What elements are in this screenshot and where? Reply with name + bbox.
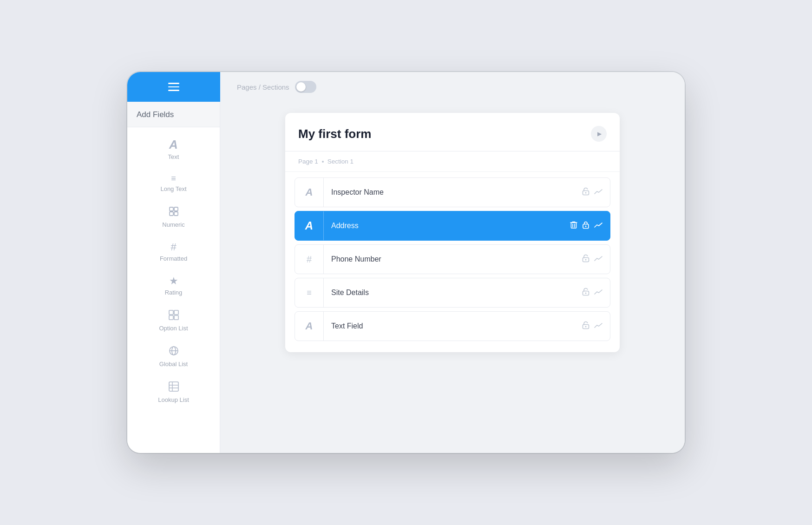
field-icon-site: ≡ [295, 278, 324, 307]
svg-point-21 [585, 259, 587, 261]
laptop-frame: Pages / Sections Add Fields A Text ≡ Lon… [127, 72, 685, 453]
svg-point-25 [585, 326, 587, 328]
svg-rect-4 [169, 310, 173, 315]
form-header: My first form [285, 126, 620, 151]
pages-sections-toggle[interactable] [295, 81, 316, 93]
fields-list: A Inspector Name [285, 172, 620, 348]
add-fields-header: Add Fields [127, 102, 220, 127]
svg-rect-5 [174, 310, 178, 315]
field-row-address[interactable]: A Address [295, 211, 610, 241]
long-text-icon: ≡ [171, 174, 176, 183]
trend-icon-textfield[interactable] [594, 322, 602, 330]
option-list-icon [169, 310, 179, 322]
delete-icon-address[interactable] [570, 221, 577, 231]
svg-rect-1 [174, 207, 178, 211]
sidebar-item-long-text-label: Long Text [160, 185, 186, 192]
sidebar-item-option-list-label: Option List [159, 325, 188, 332]
sidebar-item-numeric[interactable]: Numeric [127, 199, 220, 235]
field-icon-textfield: A [295, 312, 324, 341]
right-area: My first form Page 1 Section 1 A [220, 102, 685, 453]
top-bar: Pages / Sections [127, 72, 685, 102]
field-actions-site [575, 288, 610, 298]
rating-icon: ★ [169, 276, 178, 286]
lock-icon-site[interactable] [582, 288, 589, 298]
sidebar-item-long-text[interactable]: ≡ Long Text [127, 167, 220, 199]
breadcrumb-section: Section 1 [327, 158, 354, 165]
sidebar-item-rating-label: Rating [165, 289, 183, 296]
breadcrumb-separator [322, 161, 324, 163]
field-label-inspector: Inspector Name [324, 188, 575, 197]
numeric-icon [169, 206, 179, 218]
svg-rect-17 [571, 223, 576, 228]
pages-sections-area: Pages / Sections [220, 81, 316, 93]
field-label-site: Site Details [324, 289, 575, 297]
text-field-icon: A [169, 138, 178, 151]
field-row-site-details[interactable]: ≡ Site Details [295, 278, 610, 308]
field-actions-phone [575, 254, 610, 264]
formatted-icon: # [170, 242, 176, 252]
site-type-icon: ≡ [307, 288, 312, 298]
field-actions-textfield [575, 321, 610, 331]
sidebar-item-lookup-list-label: Lookup List [158, 396, 189, 403]
sidebar-item-option-list[interactable]: Option List [127, 302, 220, 338]
field-row-phone[interactable]: # Phone Number [295, 244, 610, 274]
svg-point-19 [585, 226, 587, 227]
svg-rect-2 [170, 212, 173, 216]
field-icon-address: A [295, 211, 324, 240]
sidebar-item-formatted-label: Formatted [160, 255, 187, 262]
field-icon-inspector: A [295, 178, 324, 207]
main-content: Add Fields A Text ≡ Long Text [127, 102, 685, 453]
svg-rect-3 [174, 212, 178, 216]
field-icon-phone: # [295, 245, 324, 274]
sidebar: Add Fields A Text ≡ Long Text [127, 102, 220, 453]
breadcrumb: Page 1 Section 1 [285, 151, 620, 172]
sidebar-item-numeric-label: Numeric [162, 221, 184, 228]
global-list-icon [169, 346, 179, 358]
sidebar-item-text-label: Text [168, 153, 179, 160]
inspector-type-icon: A [306, 186, 313, 198]
field-row-text-field[interactable]: A Text Field [295, 311, 610, 341]
form-title: My first form [298, 127, 371, 141]
sidebar-items: A Text ≡ Long Text [127, 127, 220, 413]
form-card: My first form Page 1 Section 1 A [285, 113, 620, 352]
trend-icon-phone[interactable] [594, 255, 602, 263]
phone-type-icon: # [307, 254, 312, 265]
pages-sections-label: Pages / Sections [237, 83, 289, 91]
svg-rect-7 [174, 315, 178, 320]
sidebar-item-text[interactable]: A Text [127, 131, 220, 167]
field-label-phone: Phone Number [324, 255, 575, 263]
hamburger-icon [168, 83, 179, 91]
sidebar-item-global-list[interactable]: Global List [127, 338, 220, 374]
lock-icon-phone[interactable] [582, 254, 589, 264]
lookup-list-icon [169, 381, 179, 394]
lock-icon-address[interactable] [582, 221, 589, 231]
svg-point-23 [585, 293, 587, 294]
sidebar-item-global-list-label: Global List [159, 361, 188, 368]
textfield-type-icon: A [306, 320, 313, 332]
play-button[interactable] [591, 126, 607, 142]
field-label-address: Address [324, 222, 563, 230]
lock-icon-inspector[interactable] [582, 187, 589, 197]
svg-rect-11 [169, 382, 178, 391]
address-type-icon: A [305, 219, 313, 232]
sidebar-item-lookup-list[interactable]: Lookup List [127, 374, 220, 410]
sidebar-item-formatted[interactable]: # Formatted [127, 235, 220, 269]
breadcrumb-page: Page 1 [298, 158, 318, 165]
lock-icon-textfield[interactable] [582, 321, 589, 331]
field-label-textfield: Text Field [324, 322, 575, 330]
svg-rect-0 [170, 207, 173, 211]
field-actions-address [563, 221, 610, 231]
svg-point-16 [585, 192, 587, 194]
field-actions-inspector [575, 187, 610, 197]
hamburger-button[interactable] [127, 72, 220, 102]
trend-icon-site[interactable] [594, 289, 602, 297]
field-row-inspector-name[interactable]: A Inspector Name [295, 177, 610, 207]
sidebar-item-rating[interactable]: ★ Rating [127, 269, 220, 302]
trend-icon-inspector[interactable] [594, 189, 602, 196]
svg-rect-6 [169, 315, 173, 320]
trend-icon-address[interactable] [594, 222, 602, 230]
